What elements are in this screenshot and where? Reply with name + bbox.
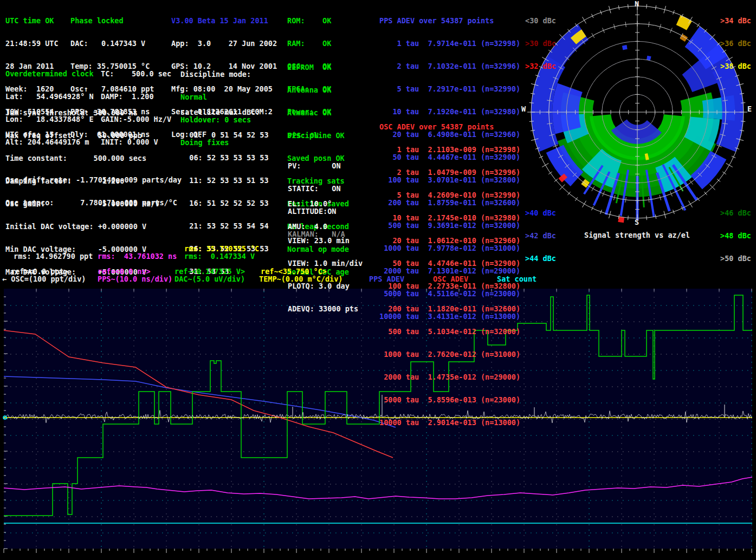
adev-row: 1000 tau 2.7620e-012 (n=31000) [379,350,520,358]
polar-chart-caption: Signal strength vs az/el [584,231,690,239]
clock-mode-title: Overdetermined clock [5,70,94,77]
legend-item: >30 dBc [525,40,556,47]
legend-item: >46 dBc [720,209,751,217]
scale-dac: DAC~(5.0 uV/div) [175,275,245,283]
adev-row: 5 tau 4.2609e-010 (n=32990) [379,191,520,199]
adev-row: 100 tau 2.2733e-011 (n=32800) [379,282,520,290]
compass-north-label: N [635,0,639,8]
ref-temp: ref~<35.750 °C> [261,268,327,275]
sat-row: 21: 53 52 53 54 54 [180,222,269,230]
antenna-status: Antenna OK [287,86,349,94]
legend-item: >48 dBc [720,232,751,239]
sat-row: 16: 51 52 52 52 53 [180,199,269,207]
adev-row: 1 tau 2.1103e-009 (n=32998) [379,146,520,153]
pv-flag: PV: ON [288,162,345,170]
adev-row: 200 tau 1.1820e-011 (n=32600) [379,305,520,312]
app-version: App: 3.0 27 Jun 2002 [171,40,277,47]
scale-temp: TEMP~(0.00 m°C/div) [259,275,343,283]
rms-osc: rms: 14.962790 ppt [14,252,93,260]
dbc-legend-sw: >40 dBc >42 dBc >44 dBc [525,194,556,277]
osc-adev-title: OSC ADEV over 54387 points [379,123,520,131]
legend-item: >40 dBc [525,209,556,217]
adev-row: 10 tau 2.1745e-010 (n=32980) [379,214,520,222]
adev-row: 500 tau 5.1034e-012 (n=32000) [379,328,520,335]
phase-status: Phase locked [70,17,154,24]
trace-label-pps-adev: PPS ADEV [369,275,404,283]
rms-pps: rms: 43.761032 ns [98,252,177,260]
program-version: V3.00 Beta 15 Jan 2011 [171,17,277,24]
osc-tempco: Osc tempco: 7.780171e-009 parts/°C [5,199,182,206]
legend-item: >34 dBc [720,17,751,24]
adev-row: 2 tau 1.0479e-009 (n=32996) [379,168,520,176]
trace-label-osc-adev: OSC ADEV [433,275,468,283]
scale-osc: ← OSC=(100 ppt/div) [2,275,86,283]
adev-row: 5 tau 7.2917e-011 (n=32990) [379,85,520,93]
tc-setting: TC: 500.0 sec [101,70,171,77]
rms-dac: rms: 0.147334 V [184,252,255,260]
discipline-mode-label: Discipline mode: [180,70,251,78]
osc-drift-rate: Osc drift rate: -1.770540e-009 parts/day [5,176,182,184]
utc-time-status: UTC time OK [5,17,59,24]
sat-row: 11: 52 53 53 51 53 [180,177,269,184]
compass-west-label: W [521,105,526,113]
view-span: VIEW: 23.0 min [288,237,363,244]
adev-row: 5000 tau 5.8596e-013 (n=23000) [379,396,520,403]
dac-value: DAC: 0.147343 V [70,40,154,47]
elevation-mask: EL: 10.0° [288,200,332,207]
adev-row: 10000 tau 2.9014e-013 (n=13000) [379,419,520,426]
rom-status: ROM: OK [287,17,331,24]
adev-queue: ADEVQ: 33000 pts [288,305,363,312]
legend-item: >44 dBc [525,255,556,262]
legend-item: <30 dBc [525,17,556,24]
ref-osc: ref=<0.0 ppt> [11,268,68,275]
drift-panel: Osc drift rate: -1.770540e-009 parts/day… [5,161,182,222]
compass-south-label: S [635,218,639,226]
ref-pps: ref=<0.0 ns> [98,268,151,275]
trace-label-sat-count: Sat count [497,275,537,283]
ram-status: RAM: OK [287,40,331,47]
max-freq-offset: Max freq offset: 50.000 ppb [5,132,159,139]
legend-item: >36 dBc [720,40,751,47]
sat-table-title: satellite max dBc: [180,108,269,116]
sat-row: 06: 52 53 53 53 53 [180,154,269,161]
pps-adev-title: PPS ADEV over 54387 points [379,17,520,24]
satellite-dbc-table: satellite max dBc: 01: 0 51 54 52 53 06:… [180,93,269,290]
sat-row: 01: 0 51 54 52 53 [180,131,269,139]
strip-chart-plot-area[interactable] [3,289,752,553]
lady-heather-screen: UTC time OK 21:48:59 UTC 28 Jan 2011 Wee… [0,0,756,560]
signal-strength-polar-chart [527,2,747,223]
adev-row: 2000 tau 1.4735e-012 (n=29000) [379,373,520,381]
adev-row: 1 tau 7.9714e-011 (n=32998) [379,40,520,47]
compass-east-label: E [747,105,752,113]
ref-dac: ref~<0.147325 V> [175,268,245,275]
legend-item: >32 dBc [525,62,556,70]
scale-pps: PPS~(10.0 ns/div) [98,275,172,283]
dbc-legend-nw: <30 dBc >30 dBc >32 dBc [525,2,556,85]
almanac-status: Almanac OK [287,109,349,116]
legend-item: >38 dBc [720,62,751,70]
dbc-legend-ne: >34 dBc >36 dBc >38 dBc [720,2,751,85]
legend-item: >42 dBc [525,232,556,239]
utc-time: 21:48:59 UTC [5,40,59,47]
adev-row: 50 tau 4.4746e-011 (n=32900) [379,259,520,267]
adev-row: 20 tau 1.0612e-010 (n=32960) [379,237,520,244]
adev-row: 2 tau 7.1032e-011 (n=32996) [379,62,520,70]
rms-temp: rms: 35.750355 °C [184,245,259,252]
initial-dac-voltage: Initial DAC voltage: +0.000000 V [5,223,159,230]
jam-sync-threshold: Jam sync threshold: 300.000 ns [5,109,159,116]
view-per-div: VIEW: 1.0 min/div [288,259,363,267]
eeprom-status: EEPROM OK [287,63,349,71]
pps-state: PPS: ON [288,132,319,139]
plot-queue: PLOTQ: 3.0 day [288,282,363,290]
legend-item: >50 dBc [720,255,751,262]
dbc-legend-se: >46 dBc >48 dBc >50 dBc [720,194,751,277]
